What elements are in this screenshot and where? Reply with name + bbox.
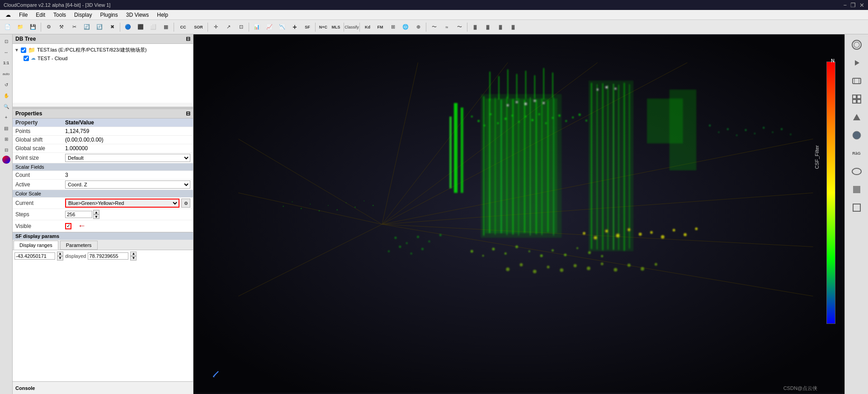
tb-btn9[interactable]: ⬜: [147, 22, 159, 33]
point-size-select[interactable]: Default 1 2 3: [65, 154, 190, 162]
sf-min-input[interactable]: [14, 252, 55, 260]
left-icon-color[interactable]: [2, 156, 10, 164]
tb-wave2[interactable]: ≈: [441, 22, 453, 33]
tb-btn6[interactable]: ✖: [106, 22, 118, 33]
minimize-button[interactable]: −: [843, 2, 847, 9]
tb-icon1[interactable]: ⊞: [387, 22, 399, 33]
tb-extra4[interactable]: ▓: [507, 22, 519, 33]
menu-3dviews[interactable]: 3D Views: [123, 11, 152, 19]
right-icon-grid[interactable]: [847, 90, 867, 108]
tb-save[interactable]: 💾: [27, 22, 39, 33]
right-icon-rag[interactable]: RàG: [847, 145, 867, 162]
tb-icon3[interactable]: ⊕: [412, 22, 424, 33]
left-icon-layers[interactable]: ▤: [1, 123, 11, 133]
tb-chart2[interactable]: 📈: [264, 22, 275, 33]
left-icon-pick[interactable]: +: [1, 112, 11, 122]
properties-collapse-icon[interactable]: ⊟: [186, 110, 190, 117]
menu-plugins[interactable]: Plugins: [96, 11, 121, 19]
tb-btn8[interactable]: ⬛: [135, 22, 146, 33]
left-icon-move[interactable]: ↔: [1, 47, 11, 57]
tb-btn3[interactable]: ✂: [68, 22, 80, 33]
right-icon-up[interactable]: [847, 109, 867, 126]
close-button[interactable]: ✕: [859, 2, 864, 9]
tb-filter[interactable]: ⊡: [235, 22, 247, 33]
active-field-select[interactable]: Coord. Z Coord. X Coord. Y: [65, 180, 190, 189]
sf-max-up[interactable]: ▲: [130, 252, 137, 256]
menu-cloud-icon[interactable]: ☁: [2, 11, 14, 19]
left-icon-clip[interactable]: ⊟: [1, 145, 11, 155]
menu-tools[interactable]: Tools: [50, 11, 70, 19]
tb-kd[interactable]: Kd: [362, 22, 373, 33]
tb-arrow[interactable]: ↗: [222, 22, 234, 33]
tb-chart[interactable]: 📊: [251, 22, 263, 33]
color-scale-select[interactable]: Blue>Green>Yellow>Red Rainbow Greyscale: [65, 199, 179, 208]
sf-tab-parameters[interactable]: Parameters: [60, 241, 98, 250]
tb-btn10[interactable]: ▦: [160, 22, 172, 33]
steps-up-btn[interactable]: ▲: [93, 210, 99, 214]
left-icon-rotate[interactable]: ↺: [1, 80, 11, 90]
tb-wave3[interactable]: 〜: [453, 22, 465, 33]
right-icon-circle[interactable]: [847, 36, 867, 53]
prop-label-global-scale: Global scale: [13, 144, 62, 153]
tb-sor[interactable]: SOR: [191, 22, 206, 33]
right-icon-film[interactable]: [847, 72, 867, 90]
menu-help[interactable]: Help: [153, 11, 172, 19]
tb-sf[interactable]: SF: [302, 22, 313, 33]
tb-sep4: [208, 23, 208, 32]
tb-nc[interactable]: N+C: [317, 22, 329, 33]
left-icon-select[interactable]: ⊡: [1, 36, 11, 46]
tb-cc[interactable]: CC: [176, 22, 190, 33]
prop-value-visible[interactable]: ✓ ←: [62, 220, 193, 232]
tb-plus[interactable]: +: [289, 22, 301, 33]
prop-value-point-size[interactable]: Default 1 2 3: [62, 153, 193, 163]
tb-mls[interactable]: MLS: [330, 22, 342, 33]
tb-btn1[interactable]: ⚙: [43, 22, 55, 33]
sf-min-down[interactable]: ▼: [57, 256, 63, 261]
tb-icon2[interactable]: 🌐: [400, 22, 411, 33]
prop-value-active[interactable]: Coord. Z Coord. X Coord. Y: [62, 180, 193, 190]
tb-cross[interactable]: ✛: [210, 22, 222, 33]
tb-btn7[interactable]: 🔵: [122, 22, 134, 33]
tree-child-checkbox[interactable]: [24, 56, 29, 61]
right-icon-box[interactable]: [847, 181, 867, 198]
tree-expand-icon[interactable]: ▼: [14, 47, 19, 52]
right-icon-play[interactable]: [847, 54, 867, 71]
left-icon-scale[interactable]: 1:1: [1, 58, 11, 68]
menu-edit[interactable]: Edit: [32, 11, 49, 19]
tb-chart3[interactable]: 📉: [276, 22, 288, 33]
tb-new[interactable]: 📄: [2, 22, 14, 33]
sf-max-input[interactable]: [88, 252, 128, 260]
tb-btn2[interactable]: ⚒: [56, 22, 67, 33]
left-icon-pan[interactable]: ✋: [1, 90, 11, 100]
menu-display[interactable]: Display: [71, 11, 95, 19]
menu-file[interactable]: File: [15, 11, 31, 19]
left-icon-auto[interactable]: auto: [1, 69, 11, 79]
view-area[interactable]: N CSF_Filter ↙ CSDN@点云侠: [193, 34, 844, 394]
visible-checkbox[interactable]: ✓: [65, 223, 71, 229]
prop-value-steps[interactable]: ▲ ▼: [62, 209, 193, 220]
tree-root-checkbox[interactable]: [21, 47, 26, 53]
tb-fm[interactable]: FM: [374, 22, 386, 33]
tb-classify[interactable]: Classify: [346, 22, 358, 33]
db-tree-collapse-icon[interactable]: ⊟: [186, 36, 190, 42]
tb-wave[interactable]: 〜: [428, 22, 440, 33]
right-icon-box2[interactable]: [847, 199, 867, 216]
tb-btn4[interactable]: 🔄: [81, 22, 93, 33]
restore-button[interactable]: ❐: [850, 2, 856, 9]
tb-extra2[interactable]: ▓: [482, 22, 494, 33]
steps-input[interactable]: [65, 211, 92, 218]
right-icon-ellipse[interactable]: [847, 163, 867, 180]
prop-value-current[interactable]: Blue>Green>Yellow>Red Rainbow Greyscale …: [62, 198, 193, 209]
tb-extra3[interactable]: ▓: [495, 22, 506, 33]
left-icon-zoom[interactable]: 🔍: [1, 101, 11, 111]
right-icon-sphere[interactable]: [847, 127, 867, 144]
tb-btn5[interactable]: 🔃: [94, 22, 105, 33]
color-scale-edit-btn[interactable]: ⚙: [181, 199, 190, 208]
steps-down-btn[interactable]: ▼: [93, 214, 99, 219]
sf-max-down[interactable]: ▼: [130, 256, 137, 261]
sf-min-up[interactable]: ▲: [57, 252, 63, 256]
tb-open[interactable]: 📁: [14, 22, 26, 33]
tb-extra1[interactable]: ▓: [469, 22, 481, 33]
sf-tab-display-ranges[interactable]: Display ranges: [14, 241, 58, 250]
left-icon-measure[interactable]: ⊞: [1, 134, 11, 144]
